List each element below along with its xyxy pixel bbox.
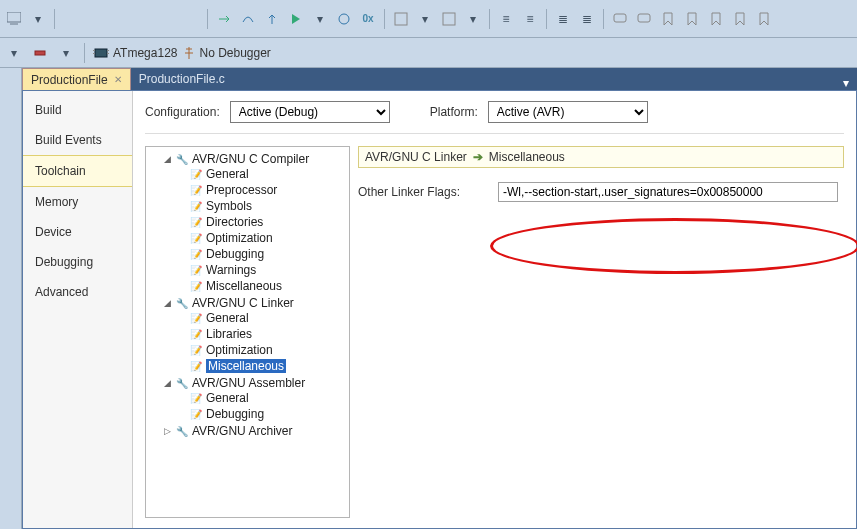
tree-item-linker-miscellaneous[interactable]: 📝Miscellaneous xyxy=(176,359,286,373)
cycle-icon[interactable] xyxy=(334,9,354,29)
svg-rect-2 xyxy=(395,13,407,25)
collapse-icon[interactable]: ◢ xyxy=(162,378,172,388)
hex-icon[interactable]: 0x xyxy=(358,9,378,29)
category-memory[interactable]: Memory xyxy=(23,187,132,217)
tree-item-directories[interactable]: 📝Directories xyxy=(176,215,263,229)
dropdown-arrow-icon[interactable]: ▾ xyxy=(415,9,435,29)
close-icon[interactable]: ✕ xyxy=(114,74,122,85)
wrench-icon: 🔧 xyxy=(175,296,189,310)
properties-page: Build Build Events Toolchain Memory Devi… xyxy=(22,90,857,529)
box-a-icon[interactable] xyxy=(391,9,411,29)
dropdown-arrow-icon[interactable]: ▾ xyxy=(28,9,48,29)
other-linker-flags-label: Other Linker Flags: xyxy=(358,185,488,199)
svg-rect-5 xyxy=(638,14,650,22)
tree-item-optimization[interactable]: 📝Optimization xyxy=(176,231,273,245)
sheet-icon: 📝 xyxy=(189,327,203,341)
config-platform-row: Configuration: Active (Debug) Platform: … xyxy=(145,101,844,134)
sheet-icon: 📝 xyxy=(189,263,203,277)
step-over-icon[interactable] xyxy=(238,9,258,29)
tree-item-debugging[interactable]: 📝Debugging xyxy=(176,247,264,261)
svg-rect-0 xyxy=(7,12,21,22)
category-build[interactable]: Build xyxy=(23,95,132,125)
bookmark-next-icon[interactable] xyxy=(682,9,702,29)
dropdown-arrow-icon[interactable]: ▾ xyxy=(4,43,24,63)
debugger-icon xyxy=(183,46,195,60)
sheet-icon: 📝 xyxy=(189,167,203,181)
category-debugging[interactable]: Debugging xyxy=(23,247,132,277)
tree-node-archiver[interactable]: ▷ 🔧 AVR/GNU Archiver xyxy=(162,424,347,438)
bookmark-icon[interactable] xyxy=(658,9,678,29)
tab-overflow-button[interactable]: ▾ xyxy=(835,76,857,90)
step-out-icon[interactable] xyxy=(262,9,282,29)
align-right-icon[interactable]: ≣ xyxy=(577,9,597,29)
toolchain-content: Configuration: Active (Debug) Platform: … xyxy=(133,91,856,528)
tab-label: ProductionFile xyxy=(31,73,108,87)
tree-item-general[interactable]: 📝General xyxy=(176,167,249,181)
category-toolchain[interactable]: Toolchain xyxy=(23,155,132,187)
svg-rect-6 xyxy=(35,51,45,55)
indent-right-icon[interactable]: ≡ xyxy=(520,9,540,29)
device-selector[interactable]: ATmega128 xyxy=(93,46,177,60)
bookmark-prev-icon[interactable] xyxy=(706,9,726,29)
category-advanced[interactable]: Advanced xyxy=(23,277,132,307)
bookmark-clear-icon[interactable] xyxy=(730,9,750,29)
dropdown-arrow-icon[interactable]: ▾ xyxy=(56,43,76,63)
tree-node-compiler[interactable]: ◢ 🔧 AVR/GNU C Compiler xyxy=(162,152,347,166)
breadcrumb-group: AVR/GNU C Linker xyxy=(365,150,467,164)
tab-productionfile-c[interactable]: ProductionFile.c xyxy=(131,68,233,90)
side-gutter xyxy=(0,68,22,529)
align-left-icon[interactable]: ≣ xyxy=(553,9,573,29)
box-b-icon[interactable] xyxy=(439,9,459,29)
tree-item-linker-libraries[interactable]: 📝Libraries xyxy=(176,327,252,341)
tree-item-symbols[interactable]: 📝Symbols xyxy=(176,199,252,213)
tree-item-asm-debugging[interactable]: 📝Debugging xyxy=(176,407,264,421)
collapse-icon[interactable]: ◢ xyxy=(162,154,172,164)
tree-item-preprocessor[interactable]: 📝Preprocessor xyxy=(176,183,277,197)
tree-item-linker-general[interactable]: 📝General xyxy=(176,311,249,325)
toolbar-row-2: ▾ ▾ ATmega128 No Debugger xyxy=(0,38,857,68)
other-linker-flags-input[interactable] xyxy=(498,182,838,202)
toolchain-tree: ◢ 🔧 AVR/GNU C Compiler 📝General 📝Preproc… xyxy=(145,146,350,518)
dropdown-arrow-icon[interactable]: ▾ xyxy=(463,9,483,29)
tab-productionfile-props[interactable]: ProductionFile ✕ xyxy=(22,68,131,90)
sheet-icon: 📝 xyxy=(189,343,203,357)
category-device[interactable]: Device xyxy=(23,217,132,247)
svg-rect-7 xyxy=(95,49,107,57)
tree-item-linker-optimization[interactable]: 📝Optimization xyxy=(176,343,273,357)
history-dropdown[interactable] xyxy=(4,9,24,29)
tree-item-asm-general[interactable]: 📝General xyxy=(176,391,249,405)
platform-combo[interactable]: Active (AVR) xyxy=(488,101,648,123)
platform-label: Platform: xyxy=(430,105,478,119)
configuration-label: Configuration: xyxy=(145,105,220,119)
tree-node-linker[interactable]: ◢ 🔧 AVR/GNU C Linker xyxy=(162,296,347,310)
category-build-events[interactable]: Build Events xyxy=(23,125,132,155)
category-list: Build Build Events Toolchain Memory Devi… xyxy=(23,91,133,528)
configuration-combo[interactable]: Active (Debug) xyxy=(230,101,390,123)
svg-point-1 xyxy=(339,14,349,24)
tree-item-warnings[interactable]: 📝Warnings xyxy=(176,263,256,277)
dropdown-arrow-icon[interactable]: ▾ xyxy=(310,9,330,29)
breadcrumb-leaf: Miscellaneous xyxy=(489,150,565,164)
bookmark-list-icon[interactable] xyxy=(754,9,774,29)
tree-node-assembler[interactable]: ◢ 🔧 AVR/GNU Assembler xyxy=(162,376,347,390)
wrench-icon: 🔧 xyxy=(175,376,189,390)
uncomment-icon[interactable] xyxy=(634,9,654,29)
target-icon[interactable] xyxy=(30,43,50,63)
wrench-icon: 🔧 xyxy=(175,152,189,166)
run-icon[interactable] xyxy=(286,9,306,29)
sheet-icon: 📝 xyxy=(189,183,203,197)
indent-left-icon[interactable]: ≡ xyxy=(496,9,516,29)
expand-icon[interactable]: ▷ xyxy=(162,426,172,436)
wrench-icon: 🔧 xyxy=(175,424,189,438)
sheet-icon: 📝 xyxy=(189,215,203,229)
sheet-icon: 📝 xyxy=(189,279,203,293)
collapse-icon[interactable]: ◢ xyxy=(162,298,172,308)
sheet-icon: 📝 xyxy=(189,231,203,245)
step-into-icon[interactable] xyxy=(214,9,234,29)
debugger-selector[interactable]: No Debugger xyxy=(183,46,270,60)
chip-icon xyxy=(93,47,109,59)
tree-item-miscellaneous[interactable]: 📝Miscellaneous xyxy=(176,279,282,293)
svg-rect-11 xyxy=(107,53,109,54)
settings-panel: AVR/GNU C Linker ➔ Miscellaneous Other L… xyxy=(358,146,844,518)
comment-icon[interactable] xyxy=(610,9,630,29)
